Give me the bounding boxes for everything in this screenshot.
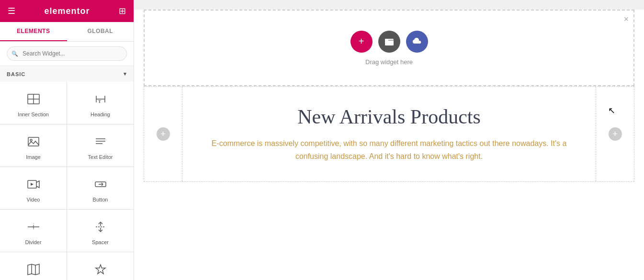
widget-divider[interactable]: Divider	[0, 210, 67, 252]
svg-rect-29	[385, 39, 388, 41]
widget-button[interactable]: Button	[67, 167, 134, 209]
star-rating-icon	[92, 261, 109, 278]
widget-image[interactable]: Image	[0, 124, 67, 167]
widget-spacer[interactable]: Spacer	[67, 210, 134, 252]
basic-chevron: ▾	[124, 71, 127, 77]
widget-button-label: Button	[93, 197, 108, 202]
folder-button[interactable]	[378, 31, 400, 53]
svg-rect-7	[28, 137, 39, 146]
widget-divider-label: Divider	[25, 239, 41, 245]
svg-text:T: T	[98, 99, 101, 104]
cloud-button[interactable]	[406, 31, 428, 53]
video-icon	[25, 176, 42, 193]
svg-marker-27	[96, 265, 105, 274]
svg-point-30	[418, 41, 420, 44]
image-icon	[25, 133, 42, 150]
tab-elements[interactable]: ELEMENTS	[0, 22, 67, 41]
heading-icon: T	[92, 90, 109, 108]
content-main-col: New Arrivals Products E-commerce is mass…	[182, 87, 596, 181]
divider-icon	[25, 218, 42, 235]
widget-image-label: Image	[26, 154, 41, 160]
content-right-col: +	[596, 87, 634, 181]
widget-star-rating[interactable]: Star Rating	[67, 252, 134, 280]
widget-video-label: Video	[27, 197, 40, 202]
inner-section-icon	[25, 90, 42, 108]
widget-heading-label: Heading	[90, 112, 110, 117]
widget-heading[interactable]: T Heading	[67, 82, 134, 124]
widget-spacer-label: Spacer	[92, 239, 109, 245]
search-wrapper	[7, 46, 127, 61]
left-panel: ☰ elementor ⊞ ELEMENTS GLOBAL BASIC ▾ In…	[0, 0, 134, 280]
content-left-col: +	[144, 87, 182, 181]
canvas-inner: × + Drag widget here	[134, 10, 644, 280]
panel-tabs: ELEMENTS GLOBAL	[0, 22, 134, 42]
spacer-icon	[92, 218, 109, 235]
widget-text-editor-label: Text Editor	[88, 154, 113, 160]
close-button[interactable]: ×	[623, 14, 629, 24]
widget-map[interactable]: Map	[0, 252, 67, 280]
content-heading: New Arrivals Products	[297, 105, 481, 128]
widgets-grid: Inner Section T Heading	[0, 82, 134, 280]
drop-zone[interactable]: × + Drag widget here	[144, 10, 634, 86]
widget-inner-section[interactable]: Inner Section	[0, 82, 67, 124]
add-right-col-button[interactable]: +	[609, 127, 622, 141]
map-icon	[25, 261, 42, 278]
text-editor-icon	[92, 133, 109, 150]
panel-header: ☰ elementor ⊞	[0, 0, 134, 22]
widget-text-editor[interactable]: Text Editor	[67, 124, 134, 167]
add-widget-button[interactable]: +	[350, 31, 373, 53]
widget-actions: +	[350, 31, 428, 53]
search-bar	[0, 42, 134, 66]
basic-label-text: BASIC	[7, 71, 25, 77]
button-icon	[92, 176, 109, 193]
widget-inner-section-label: Inner Section	[18, 112, 49, 117]
elementor-logo: elementor	[44, 6, 90, 16]
content-paragraph: E-commerce is massively competitive, wit…	[202, 137, 576, 163]
add-left-col-button[interactable]: +	[157, 127, 170, 141]
canvas-area: × + Drag widget here	[134, 0, 644, 280]
tab-global[interactable]: GLOBAL	[67, 22, 134, 41]
basic-section-label[interactable]: BASIC ▾	[0, 66, 134, 82]
drag-text: Drag widget here	[365, 58, 413, 66]
widget-video[interactable]: Video	[0, 167, 67, 209]
search-input[interactable]	[7, 46, 127, 61]
content-section: + New Arrivals Products E-commerce is ma…	[144, 86, 634, 182]
svg-marker-24	[28, 264, 39, 275]
svg-marker-13	[31, 183, 34, 186]
hamburger-icon[interactable]: ☰	[8, 6, 15, 16]
grid-icon[interactable]: ⊞	[119, 6, 126, 16]
svg-point-8	[30, 139, 32, 141]
